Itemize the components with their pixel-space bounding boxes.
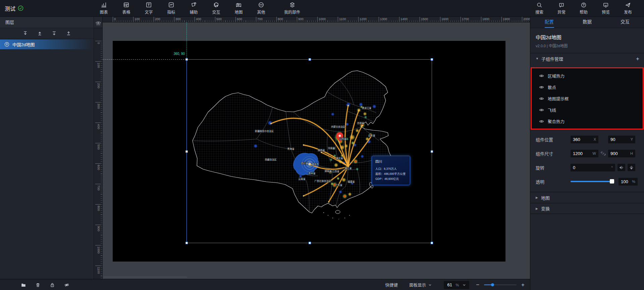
eye-off-icon[interactable] bbox=[64, 282, 69, 288]
visibility-eye-icon[interactable] bbox=[539, 85, 544, 90]
map-tooltip-title: 四川 bbox=[375, 159, 407, 164]
flip-horizontal-button[interactable] bbox=[618, 164, 625, 171]
toolbar-item-text[interactable]: 文字 bbox=[138, 2, 160, 15]
zoom-value-select[interactable]: 61 % bbox=[444, 281, 469, 289]
handle-bottom-center[interactable] bbox=[309, 242, 311, 244]
panel-display-button[interactable]: 面板显示 bbox=[409, 282, 426, 288]
help-icon bbox=[581, 2, 587, 8]
zoom-in-button[interactable]: + bbox=[521, 282, 525, 288]
search-action[interactable]: 搜索 bbox=[531, 2, 548, 15]
toolbar-item-assist[interactable]: 辅助 bbox=[182, 2, 205, 15]
lock-icon[interactable] bbox=[50, 282, 55, 288]
opacity-input[interactable]: 100 % bbox=[619, 178, 638, 186]
component-properties: 组件位置 360 X 90 Y 组件尺寸 1200 W bbox=[530, 130, 644, 189]
opacity-slider[interactable] bbox=[571, 181, 614, 182]
rotation-input[interactable]: 0 ° bbox=[571, 164, 615, 171]
subcomponent-row[interactable]: 地图提示框 bbox=[532, 93, 643, 104]
subcomponent-row[interactable]: 飞线 bbox=[532, 104, 643, 116]
visibility-eye-icon[interactable] bbox=[539, 73, 544, 78]
zoom-out-button[interactable]: − bbox=[476, 282, 479, 288]
toolbar-item-indicator[interactable]: 指标 bbox=[160, 2, 182, 15]
horizontal-ruler: 0100200300400500600700800900100011001200… bbox=[103, 17, 530, 22]
flip-horizontal-icon bbox=[619, 165, 624, 170]
caret-right-icon: ▶ bbox=[536, 207, 538, 210]
preview-monitor-icon bbox=[603, 2, 609, 8]
position-y-input[interactable]: 90 Y bbox=[608, 136, 635, 143]
inspector-tab[interactable]: 配置 bbox=[530, 17, 568, 28]
layer-item-label: 中国2d地图 bbox=[12, 41, 35, 48]
vertical-ruler: 010020030040050060070080090010001100 bbox=[94, 22, 103, 279]
selection-coords-label: 360, 90 bbox=[156, 52, 185, 56]
canvas-viewport[interactable]: 新疆维吾尔自治区青海省西藏自治区内蒙古自治区黑龙江省吉林省陕西省河南省山西省山东… bbox=[103, 22, 530, 279]
move-up-icon[interactable] bbox=[66, 30, 71, 36]
horizontal-scrollbar-thumb[interactable] bbox=[103, 276, 187, 278]
visibility-eye-icon[interactable] bbox=[539, 107, 544, 113]
inspector-tab[interactable]: 数据 bbox=[568, 17, 606, 28]
flip-vertical-button[interactable] bbox=[628, 164, 635, 171]
selection-box[interactable] bbox=[186, 59, 432, 243]
toolbar-item-interact[interactable]: 交互 bbox=[205, 2, 227, 15]
statusbar-right-controls: 快捷键 面板显示 61 % − + bbox=[385, 279, 525, 290]
subcomponent-row[interactable]: 聚合热力 bbox=[532, 116, 643, 127]
handle-top-center[interactable] bbox=[309, 58, 311, 61]
size-width-input[interactable]: 1200 W bbox=[571, 150, 598, 157]
position-row: 组件位置 360 X 90 Y bbox=[530, 132, 644, 146]
visibility-eye-icon[interactable] bbox=[539, 96, 544, 101]
bar-chart-icon bbox=[101, 2, 107, 8]
collapsed-section-row[interactable]: ▶ 地图 bbox=[530, 192, 644, 203]
status-bar: 快捷键 面板显示 61 % − + bbox=[0, 279, 530, 290]
guides-visibility-icon bbox=[95, 20, 102, 26]
map-tooltip-rows: 人口：8,370万人面积：486,000平方公里GDP：48,600亿元 bbox=[375, 166, 407, 182]
handle-top-left[interactable] bbox=[185, 58, 188, 61]
move-down-icon[interactable] bbox=[51, 30, 57, 36]
visibility-eye-icon[interactable] bbox=[539, 119, 544, 124]
handle-top-right[interactable] bbox=[431, 58, 433, 61]
inspector-tab[interactable]: 交互 bbox=[606, 17, 644, 28]
zoom-slider-thumb[interactable] bbox=[491, 283, 494, 286]
indicator-icon bbox=[168, 2, 174, 8]
size-height-input[interactable]: 900 H bbox=[608, 150, 635, 157]
subcomponent-row[interactable]: 区域热力 bbox=[532, 70, 643, 81]
statusbar-left-tools bbox=[21, 279, 69, 290]
add-subcomponent-button[interactable]: + bbox=[636, 56, 639, 62]
help-action[interactable]: 帮助 bbox=[575, 2, 592, 15]
toolbar-item-more[interactable]: 其他 bbox=[250, 2, 272, 15]
handle-middle-right[interactable] bbox=[431, 150, 433, 153]
toolbar-item-table[interactable]: 表格 bbox=[115, 2, 138, 15]
publish-action[interactable]: 发布 bbox=[619, 2, 637, 15]
position-x-input[interactable]: 360 X bbox=[571, 136, 598, 143]
send-to-bottom-icon[interactable] bbox=[22, 30, 28, 36]
bring-to-top-icon[interactable] bbox=[37, 30, 43, 36]
opacity-row: 透明 100 % bbox=[530, 174, 644, 189]
chevron-down-icon bbox=[428, 283, 432, 287]
zoom-slider[interactable] bbox=[484, 284, 517, 285]
top-header: 测试 图表 表格 文字 指标 bbox=[0, 0, 644, 17]
opacity-slider-fill bbox=[571, 181, 612, 182]
ellipsis-circle-icon bbox=[258, 2, 264, 8]
publish-plane-icon bbox=[625, 2, 631, 8]
layer-item-china-map[interactable]: 中国2d地图 bbox=[0, 40, 94, 49]
subcomponent-group-header[interactable]: ▼ 子组件管理 + bbox=[530, 53, 644, 64]
collapsed-section-row[interactable]: ▶ 变换 bbox=[530, 203, 644, 214]
toolbar-item-map[interactable]: 地图 bbox=[227, 2, 250, 15]
map-icon bbox=[235, 2, 242, 8]
handle-middle-left[interactable] bbox=[185, 150, 188, 153]
folder-icon[interactable] bbox=[21, 282, 26, 288]
caret-right-icon: ▶ bbox=[536, 196, 538, 199]
subcomponent-row[interactable]: 散点 bbox=[532, 81, 643, 93]
project-name: 测试 bbox=[5, 4, 15, 12]
toolbar-item-charts[interactable]: 图表 bbox=[93, 2, 115, 15]
alerts-action[interactable]: 异常 bbox=[553, 2, 570, 15]
shortcut-keys-button[interactable]: 快捷键 bbox=[385, 282, 398, 288]
handle-bottom-right[interactable] bbox=[431, 242, 433, 244]
preview-action[interactable]: 预览 bbox=[597, 2, 614, 15]
handle-bottom-left[interactable] bbox=[185, 242, 188, 244]
toolbar-item-my-widgets[interactable]: 我的部件 bbox=[277, 2, 307, 15]
ruler-corner[interactable] bbox=[94, 17, 103, 28]
trash-icon[interactable] bbox=[35, 282, 41, 288]
horizontal-ruler-labels: 0100200300400500600700800900100011001200… bbox=[113, 17, 530, 22]
unlink-icon[interactable] bbox=[601, 151, 606, 156]
subcomponent-list-highlight: 区域热力 散点 地图提示框 飞线 bbox=[531, 67, 644, 130]
selection-guide-horizontal bbox=[103, 59, 186, 60]
opacity-slider-thumb[interactable] bbox=[610, 179, 614, 184]
